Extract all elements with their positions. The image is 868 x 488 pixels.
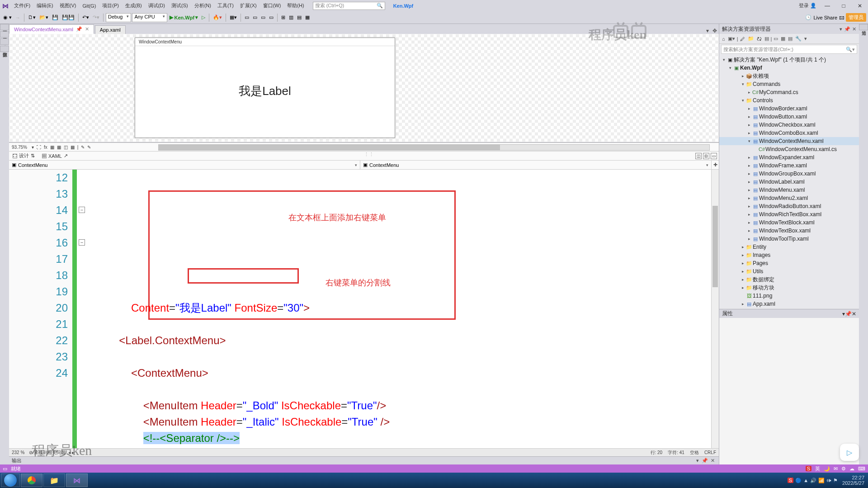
se-home-icon[interactable]: ⌂ — [721, 36, 726, 42]
menu-item[interactable]: 扩展(X) — [237, 2, 260, 9]
tray-icon[interactable]: 🔵 — [795, 478, 802, 483]
properties-body[interactable] — [719, 318, 859, 464]
tray-moon-icon[interactable]: 🌙 — [824, 466, 830, 472]
taskbar-visualstudio[interactable]: ⋈ — [66, 474, 88, 487]
indent-mode[interactable]: 空格 — [690, 450, 699, 456]
menu-item[interactable]: 工具(T) — [214, 2, 237, 9]
tray-cloud-icon[interactable]: ☁ — [849, 466, 854, 472]
start-no-debug-button[interactable]: ▷ — [200, 14, 207, 21]
tray-icon[interactable]: 🕪 — [826, 478, 831, 483]
tree-item[interactable]: ▸📁Entity — [719, 243, 859, 251]
tree-item[interactable]: ▸▤WindowButton.xaml — [719, 113, 859, 121]
eol-mode[interactable]: CRLF — [704, 450, 716, 455]
left-tab-data-sources[interactable]: 数据源 — [0, 46, 9, 52]
taskbar-explorer[interactable]: 📁 — [43, 474, 65, 487]
se-icon[interactable]: ▾ — [803, 36, 808, 42]
tray-settings-icon[interactable]: ⚙ — [841, 466, 846, 472]
split-horz-icon[interactable]: ⊟ — [703, 153, 709, 159]
mini-icon[interactable]: ✎ — [87, 145, 91, 150]
solution-tree[interactable]: ▾▣解决方案 "Ken.Wpf" (1 个项目/共 1 个) ▾▣Ken.Wpf… — [719, 55, 859, 309]
tree-item[interactable]: ▸📁Pages — [719, 259, 859, 267]
menu-item[interactable]: 编辑(E) — [33, 2, 57, 9]
tree-item[interactable]: ▸▤App.xaml — [719, 300, 859, 308]
tree-item[interactable]: ▾📁Commands — [719, 80, 859, 88]
code-body[interactable]: 在文本框上面添加右键菜单 右键菜单的分割线 Content="我是Label" … — [95, 170, 711, 448]
menu-item[interactable]: 生成(B) — [122, 2, 145, 9]
tree-item[interactable]: ▾📁Controls — [719, 96, 859, 104]
split-vert-icon[interactable]: ◫ — [695, 153, 702, 159]
search-box[interactable]: 搜索 (Ctrl+Q) 🔍 — [313, 2, 385, 10]
tree-item[interactable]: ▸▤WindowGroupBox.xaml — [719, 170, 859, 178]
menu-item[interactable]: 测试(S) — [168, 2, 191, 9]
se-refresh-icon[interactable]: 🗘 — [756, 36, 763, 42]
panel-dropdown-icon[interactable]: ▾ — [840, 26, 842, 32]
ime-lang[interactable]: 英 — [815, 465, 820, 472]
tb-icon-2[interactable]: ▭ — [243, 14, 250, 21]
output-dropdown-icon[interactable]: ▾ — [695, 458, 700, 464]
tree-item[interactable]: ▸▤WindowCheckbox.xaml — [719, 121, 859, 129]
se-icon[interactable]: ▤ — [764, 36, 770, 42]
se-showall-icon[interactable]: ▦ — [780, 36, 786, 42]
tab-windowcontextmenu[interactable]: WindowContextMenu.xaml 📌 ✕ — [9, 24, 94, 34]
issues-indicator[interactable]: ⊘ 未找到相关问题 — [29, 450, 66, 456]
tree-item[interactable]: ▸▤WindowToolTip.xaml — [719, 235, 859, 243]
menu-item[interactable]: 项目(P) — [99, 2, 122, 9]
panel-pin-icon[interactable]: 📌 — [845, 311, 852, 317]
tb-icon-4[interactable]: ▭ — [259, 14, 267, 21]
tree-item[interactable]: ▸▤WindowBorder.xaml — [719, 104, 859, 113]
tree-item[interactable]: ▸📁Utils — [719, 267, 859, 275]
se-properties-icon[interactable]: 🔧 — [794, 36, 802, 42]
undo-button[interactable]: ↶▾ — [81, 14, 90, 21]
mini-icon[interactable]: fx — [44, 145, 47, 150]
pin-icon[interactable]: 📌 — [76, 26, 82, 32]
open-button[interactable]: 📂▾ — [38, 14, 50, 21]
menu-item[interactable]: 调试(D) — [145, 2, 168, 9]
se-collapse-icon[interactable]: ▣▾ — [727, 36, 736, 42]
menu-item[interactable]: 分析(N) — [191, 2, 214, 9]
output-title[interactable]: 输出 — [12, 457, 22, 464]
solution-search[interactable]: 搜索解决方案资源管理器(Ctrl+;) 🔍▾ — [721, 45, 857, 54]
tab-xaml[interactable]: ▤XAML ↗ — [38, 152, 71, 160]
live-share-button[interactable]: Live Share — [813, 15, 837, 20]
editor-vscrollbar[interactable] — [711, 170, 719, 448]
tree-item[interactable]: C#WindowContextMenu.xaml.cs — [719, 145, 859, 153]
menu-item[interactable]: 视图(V) — [57, 2, 80, 9]
tab-appxaml[interactable]: App.xaml — [95, 25, 126, 34]
hot-reload-button[interactable]: 🔥▾ — [212, 14, 223, 21]
output-close-icon[interactable]: ✕ — [709, 458, 716, 464]
crumb-left[interactable]: ▣ ContextMenu — [9, 161, 360, 169]
collapse-icon[interactable]: ▭ — [711, 153, 717, 159]
tree-item[interactable]: ▸▤WindowTextBox.xaml — [719, 227, 859, 235]
platform-combo[interactable]: Any CPU — [132, 13, 167, 22]
tb-icon-8[interactable]: ▤ — [296, 14, 303, 21]
crumb-split-icon[interactable]: ✚ — [712, 161, 719, 169]
start-debug-button[interactable]: ▶ Ken.Wpf ▾ — [168, 14, 199, 21]
login-link[interactable]: 登录 👤 — [796, 2, 819, 9]
mini-icon[interactable]: ▦ — [50, 145, 54, 150]
se-icon[interactable]: ▭ — [773, 36, 779, 42]
taskbar-clock[interactable]: 22:27 2022/5/27 — [842, 475, 864, 486]
tb-icon-5[interactable]: ▭ — [268, 14, 275, 21]
feedback-icon[interactable]: 🖂 — [839, 15, 844, 20]
splitter-handle[interactable]: ⋮⋮ — [364, 152, 374, 157]
tree-item[interactable]: ▸▤WindowRadioButton.xaml — [719, 202, 859, 210]
close-button[interactable]: ✕ — [852, 3, 868, 9]
zoom-combo[interactable]: 93.75% — [12, 145, 27, 150]
tray-icon[interactable]: ▲ — [803, 478, 808, 483]
taskbar-chrome[interactable] — [21, 474, 42, 487]
tree-item[interactable]: ▸▤WindowMenu2.xaml — [719, 194, 859, 202]
tree-item[interactable]: ▸▤WindowLabel.xaml — [719, 178, 859, 186]
tree-item[interactable]: ▸📦依赖项 — [719, 72, 859, 80]
tree-item[interactable]: 🖼111.png — [719, 292, 859, 300]
mini-icon[interactable]: ▦ — [71, 145, 75, 150]
designer-hscrollbar[interactable] — [158, 144, 710, 151]
tree-solution-root[interactable]: ▾▣解决方案 "Ken.Wpf" (1 个项目/共 1 个) — [719, 56, 859, 64]
tree-item[interactable]: ▾▤WindowContextMenu.xaml — [719, 137, 859, 145]
tree-item[interactable]: ▸▤WindowExpander.xaml — [719, 153, 859, 161]
tray-keyboard-icon[interactable]: ⌨ — [858, 466, 865, 472]
tb-icon-6[interactable]: ⊞ — [280, 14, 287, 21]
system-tray[interactable]: S 🔵 ▲ 🔊 📶 🕪 ⚑ 22:27 2022/5/27 — [788, 475, 867, 486]
tb-icon-7[interactable]: ▥ — [288, 14, 295, 21]
crumb-right[interactable]: ▣ ContextMenu — [360, 161, 712, 169]
tab-overflow-icon[interactable]: ▾ — [704, 28, 711, 34]
